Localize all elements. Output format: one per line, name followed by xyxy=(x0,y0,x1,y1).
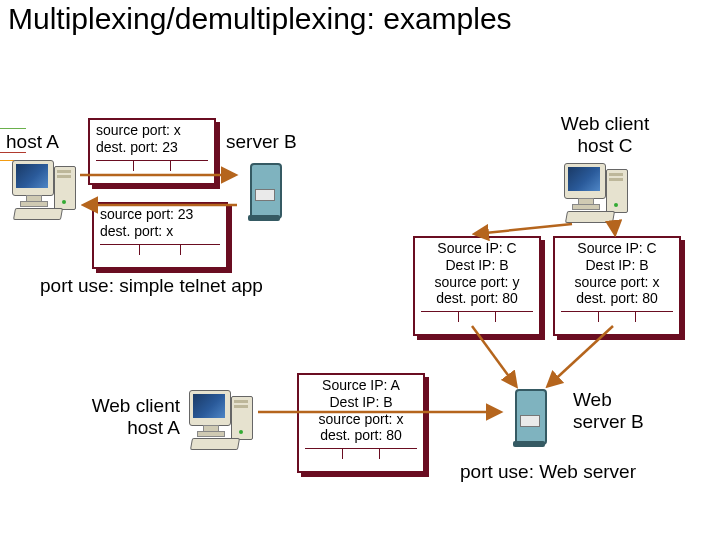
telnet-caption: port use: simple telnet app xyxy=(40,275,263,297)
segment-c-x: Source IP: C Dest IP: B source port: x d… xyxy=(553,236,681,336)
web-server-b-label: Web server B xyxy=(573,389,693,433)
seg-row: dest. port: 80 xyxy=(421,290,533,307)
page-title: Multiplexing/demultiplexing: examples xyxy=(8,2,512,37)
seg-row: dest. port: x xyxy=(100,223,220,240)
web-client-a-icon xyxy=(189,390,255,450)
seg-row: Source IP: A xyxy=(305,377,417,394)
host-c-label: Web client host C xyxy=(520,113,690,157)
seg-row: dest. port: 80 xyxy=(305,427,417,444)
seg-row: Source IP: C xyxy=(561,240,673,257)
seg-row: Source IP: C xyxy=(421,240,533,257)
seg-row: source port: y xyxy=(421,274,533,291)
segment-b-to-a: source port: 23 dest. port: x xyxy=(92,202,228,269)
host-a-label: host A xyxy=(6,131,59,153)
seg-row: source port: x xyxy=(305,411,417,428)
seg-row: source port: x xyxy=(561,274,673,291)
server-b-label: server B xyxy=(226,131,297,153)
host-c-icon xyxy=(564,163,630,223)
web-client-a-label: Web client host A xyxy=(40,395,180,439)
accent-line xyxy=(0,128,26,129)
server-b-icon xyxy=(244,163,284,221)
web-server-b-icon xyxy=(509,389,549,447)
seg-row: source port: x xyxy=(96,122,208,139)
segment-a-web: Source IP: A Dest IP: B source port: x d… xyxy=(297,373,425,473)
seg-row: Dest IP: B xyxy=(305,394,417,411)
seg-row: dest. port: 80 xyxy=(561,290,673,307)
seg-row: Dest IP: B xyxy=(561,257,673,274)
segment-a-to-b: source port: x dest. port: 23 xyxy=(88,118,216,185)
host-a-icon xyxy=(12,160,78,220)
seg-row: Dest IP: B xyxy=(421,257,533,274)
seg-row: dest. port: 23 xyxy=(96,139,208,156)
web-use-caption: port use: Web server xyxy=(460,461,636,483)
segment-c-y: Source IP: C Dest IP: B source port: y d… xyxy=(413,236,541,336)
seg-row: source port: 23 xyxy=(100,206,220,223)
